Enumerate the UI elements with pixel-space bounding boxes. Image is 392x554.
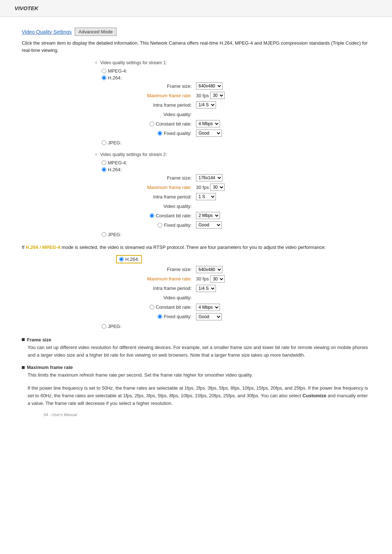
stream3-framerate-select[interactable]: 302515 xyxy=(210,275,225,283)
stream2-h264-radio[interactable] xyxy=(102,167,106,172)
stream2-fq-select[interactable]: GoodMediumDetailed xyxy=(196,221,222,229)
stream3-intra-value: 1/4 S1/2 S1 S xyxy=(196,285,216,292)
stream2-frame-size-label: Frame size: xyxy=(123,175,196,181)
stream1-fq-select[interactable]: GoodMediumDetailed xyxy=(196,130,222,137)
stream1-framerate-text: 30 fps xyxy=(196,93,209,98)
stream1-intra-row: Intra frame period: 1/4 S1/2 S1 S xyxy=(123,101,370,109)
stream2-fq-value: GoodMediumDetailed xyxy=(196,221,222,229)
stream3-fq-label: Fixed quality: xyxy=(123,314,196,319)
stream2-frame-size-select[interactable]: 176x144320x240640x480 xyxy=(196,174,222,181)
stream3-cbr-radio[interactable] xyxy=(150,305,154,309)
stream2-jpeg-label[interactable]: JPEG: xyxy=(102,232,122,237)
stream1-cbr-value: 4 Mbps2 Mbps1 Mbps xyxy=(196,120,220,127)
stream1-cbr-radio[interactable] xyxy=(150,122,154,126)
stream2-intra-label: Intra frame period: xyxy=(123,194,196,200)
stream2-fq-row: Fixed quality: GoodMediumDetailed xyxy=(123,221,370,229)
stream2-framerate-select[interactable]: 302515 xyxy=(210,184,225,191)
stream2-intra-row: Intra frame period: 1 S1/2 S1/4 S xyxy=(123,193,370,201)
stream3-cbr-select[interactable]: 4 Mbps2 Mbps1 Mbps xyxy=(196,304,220,311)
stream1-h264-radio[interactable] xyxy=(102,75,106,80)
stream3-intra-select[interactable]: 1/4 S1/2 S1 S xyxy=(196,285,216,292)
stream1-fq-radio[interactable] xyxy=(158,131,162,136)
stream2-cbr-value: 2 Mbps4 Mbps1 Mbps xyxy=(196,212,220,219)
stream1-h264-row: H.264: xyxy=(22,75,370,81)
param-max-framerate: Maximum frame rate This limits the maxim… xyxy=(22,365,370,407)
stream1-mpeg4-text: MPEG-4: xyxy=(108,68,127,74)
brand-logo: VIVOTEK xyxy=(15,5,38,11)
stream2-h264-label[interactable]: H.264: xyxy=(102,167,122,172)
stream1-framerate-value: 30 fps 302515 xyxy=(196,92,225,99)
stream1-fq-label: Fixed quality: xyxy=(123,131,196,136)
stream1-framerate-row: Maximum frame rate: 30 fps 302515 xyxy=(123,91,370,99)
stream2-cbr-row: Constant bit rate: 2 Mbps4 Mbps1 Mbps xyxy=(123,212,370,219)
h264-highlight: H.264 / MPEG-4 xyxy=(26,245,60,250)
stream3-intra-row: Intra frame period: 1/4 S1/2 S1 S xyxy=(123,284,370,292)
stream3-jpeg-radio[interactable] xyxy=(102,324,106,329)
stream2-jpeg-text: JPEG: xyxy=(108,232,122,237)
advanced-mode-button[interactable]: Advanced Mode xyxy=(75,28,117,36)
stream2-fq-label: Fixed quality: xyxy=(123,222,196,228)
intro-text: Click the stream item to display the det… xyxy=(22,40,370,54)
param-frame-size: Frame size You can set up different vide… xyxy=(22,337,370,359)
param-section: Frame size You can set up different vide… xyxy=(22,337,370,407)
stream2-mpeg4-label[interactable]: MPEG-4: xyxy=(102,160,127,165)
stream2-settings: Frame size: 176x144320x240640x480 Maximu… xyxy=(123,174,370,229)
stream2-mpeg4-row: MPEG-4: xyxy=(22,160,370,165)
stream3-fq-select[interactable]: GoodMediumDetailed xyxy=(196,313,222,320)
stream1-frame-size-select[interactable]: 640x480 320x240 176x144 xyxy=(196,82,222,90)
stream3-cbr-row: Constant bit rate: 4 Mbps2 Mbps1 Mbps xyxy=(123,303,370,311)
top-bar: VIVOTEK xyxy=(0,0,392,17)
page-header: Video Quality Settings Advanced Mode xyxy=(22,28,370,36)
h264-highlight-radio[interactable] xyxy=(119,257,124,262)
stream3-settings: Frame size: 640x480320x240176x144 Maximu… xyxy=(123,266,370,321)
stream1-mpeg4-radio[interactable] xyxy=(102,69,106,73)
stream2-vq-row: Video quality: xyxy=(123,202,370,210)
stream1-h264-text: H.264: xyxy=(108,75,122,81)
stream3-fq-radio[interactable] xyxy=(158,314,162,319)
stream1-intra-select[interactable]: 1/4 S1/2 S1 S xyxy=(196,101,216,108)
max-framerate-title-text: Maximum frame rate xyxy=(27,365,73,370)
stream1-jpeg-radio[interactable] xyxy=(102,140,106,145)
stream1-cbr-select[interactable]: 4 Mbps2 Mbps1 Mbps xyxy=(196,120,220,127)
stream3-jpeg-text: JPEG: xyxy=(108,324,122,329)
stream3-intra-label: Intra frame period: xyxy=(123,286,196,291)
stream3-framerate-row: Maximum frame rate: 30 fps 302515 xyxy=(123,275,370,283)
frame-size-body: You can set up different video resolutio… xyxy=(22,344,370,359)
stream3-frame-size-value: 640x480320x240176x144 xyxy=(196,266,222,273)
stream2-h264-row: H.264: xyxy=(22,167,370,172)
stream1-label: Video quality settings for stream 1: xyxy=(100,60,167,65)
footer-text: 54 - User's Manual xyxy=(44,413,77,417)
h264-highlight-box: H.264: xyxy=(116,255,142,263)
stream1-vq-label: Video quality: xyxy=(123,112,196,117)
stream1-framerate-select[interactable]: 302515 xyxy=(210,92,225,99)
stream2-frame-size-row: Frame size: 176x144320x240640x480 xyxy=(123,174,370,182)
stream3-frame-size-select[interactable]: 640x480320x240176x144 xyxy=(196,266,222,273)
stream2-fq-radio[interactable] xyxy=(158,223,162,227)
stream2-cbr-select[interactable]: 2 Mbps4 Mbps1 Mbps xyxy=(196,212,220,219)
stream3-fq-row: Fixed quality: GoodMediumDetailed xyxy=(123,313,370,321)
stream2-frame-size-value: 176x144320x240640x480 xyxy=(196,174,222,181)
stream2-intra-value: 1 S1/2 S1/4 S xyxy=(196,193,216,200)
stream1-fq-row: Fixed quality: GoodMediumDetailed xyxy=(123,129,370,137)
stream2-mpeg4-radio[interactable] xyxy=(102,160,106,165)
stream3-jpeg-label[interactable]: JPEG: xyxy=(102,324,122,329)
rtsp-intro: If H.264 / MPEG-4 mode is selected, the … xyxy=(22,244,370,251)
stream2-cbr-label: Constant bit rate: xyxy=(123,213,196,218)
param-max-framerate-title: Maximum frame rate xyxy=(22,365,370,370)
stream2-framerate-row: Maximum frame rate: 30 fps 302515 xyxy=(123,183,370,191)
stream2-jpeg-radio[interactable] xyxy=(102,232,106,237)
stream2-label: Video quality settings for stream 2: xyxy=(100,152,167,157)
frame-size-title-text: Frame size xyxy=(27,337,51,342)
stream3-frame-size-row: Frame size: 640x480320x240176x144 xyxy=(123,266,370,274)
stream1-jpeg-label[interactable]: JPEG: xyxy=(102,140,122,145)
stream3-fq-value: GoodMediumDetailed xyxy=(196,313,222,320)
stream1-h264-label[interactable]: H.264: xyxy=(102,75,122,81)
stream1-mpeg4-label[interactable]: MPEG-4: xyxy=(102,68,127,74)
stream1-cbr-label: Constant bit rate: xyxy=(123,121,196,127)
max-framerate-bullet xyxy=(22,366,25,369)
stream2-intra-select[interactable]: 1 S1/2 S1/4 S xyxy=(196,193,216,200)
stream2-cbr-radio[interactable] xyxy=(150,213,154,218)
video-quality-settings-link[interactable]: Video Quality Settings xyxy=(22,29,72,35)
stream3-framerate-value: 30 fps 302515 xyxy=(196,275,225,283)
stream2-h264-text: H.264: xyxy=(108,167,122,172)
